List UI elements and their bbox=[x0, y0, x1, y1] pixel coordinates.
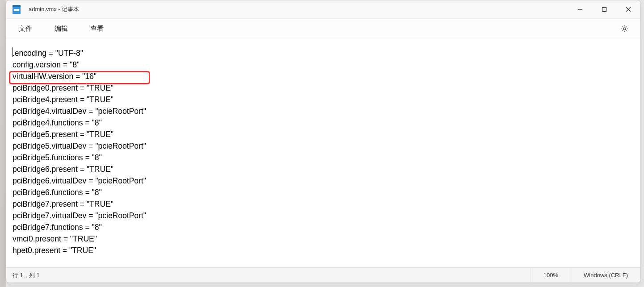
text-line[interactable]: hpet0.present = "TRUE" bbox=[13, 245, 634, 256]
text-line[interactable]: pciBridge5.virtualDev = "pcieRootPort" bbox=[13, 140, 634, 152]
menu-edit[interactable]: 编辑 bbox=[48, 22, 74, 36]
menubar: 文件 编辑 查看 bbox=[6, 19, 640, 39]
text-line[interactable]: pciBridge6.functions = "8" bbox=[13, 187, 634, 198]
status-cursor-position: 行 1，列 1 bbox=[6, 271, 40, 279]
maximize-button[interactable] bbox=[592, 0, 616, 19]
status-line-ending[interactable]: Windows (CRLF) bbox=[571, 268, 640, 283]
text-line[interactable]: pciBridge7.functions = "8" bbox=[13, 221, 634, 233]
minimize-button[interactable] bbox=[568, 0, 592, 19]
window-controls bbox=[568, 0, 640, 19]
editor-area[interactable]: .encoding = "UTF-8"config.version = "8"v… bbox=[6, 39, 640, 267]
text-line[interactable]: pciBridge6.virtualDev = "pcieRootPort" bbox=[13, 175, 634, 187]
text-line[interactable]: pciBridge4.present = "TRUE" bbox=[13, 94, 634, 105]
titlebar[interactable]: admin.vmx - 记事本 bbox=[6, 0, 640, 19]
status-zoom[interactable]: 100% bbox=[530, 268, 571, 283]
notepad-icon bbox=[13, 5, 21, 14]
text-line[interactable]: pciBridge4.functions = "8" bbox=[13, 117, 634, 129]
svg-point-4 bbox=[623, 28, 625, 30]
text-line[interactable]: pciBridge4.virtualDev = "pcieRootPort" bbox=[13, 105, 634, 117]
text-line[interactable]: pciBridge7.virtualDev = "pcieRootPort" bbox=[13, 210, 634, 221]
text-line-highlighted[interactable]: virtualHW.version = "16" bbox=[13, 71, 634, 82]
notepad-window: admin.vmx - 记事本 文件 编辑 查看 .encoding = "UT… bbox=[6, 0, 641, 283]
window-title: admin.vmx - 记事本 bbox=[29, 5, 79, 13]
text-line[interactable]: pciBridge7.present = "TRUE" bbox=[13, 198, 634, 210]
text-caret bbox=[13, 47, 13, 57]
text-line[interactable]: pciBridge5.functions = "8" bbox=[13, 152, 634, 163]
text-line[interactable]: config.version = "8" bbox=[13, 59, 634, 71]
desktop-left-edge bbox=[0, 0, 6, 287]
svg-rect-1 bbox=[602, 8, 606, 12]
text-line[interactable]: pciBridge6.present = "TRUE" bbox=[13, 163, 634, 175]
text-line[interactable]: .encoding = "UTF-8" bbox=[13, 47, 634, 59]
settings-button[interactable] bbox=[616, 21, 632, 37]
text-line[interactable]: pciBridge5.present = "TRUE" bbox=[13, 129, 634, 140]
text-line[interactable]: pciBridge0.present = "TRUE" bbox=[13, 82, 634, 94]
text-line[interactable]: vmci0.present = "TRUE" bbox=[13, 233, 634, 245]
statusbar: 行 1，列 1 100% Windows (CRLF) bbox=[6, 267, 640, 283]
close-button[interactable] bbox=[616, 0, 640, 19]
menu-view[interactable]: 查看 bbox=[84, 22, 110, 36]
menu-file[interactable]: 文件 bbox=[13, 22, 38, 36]
